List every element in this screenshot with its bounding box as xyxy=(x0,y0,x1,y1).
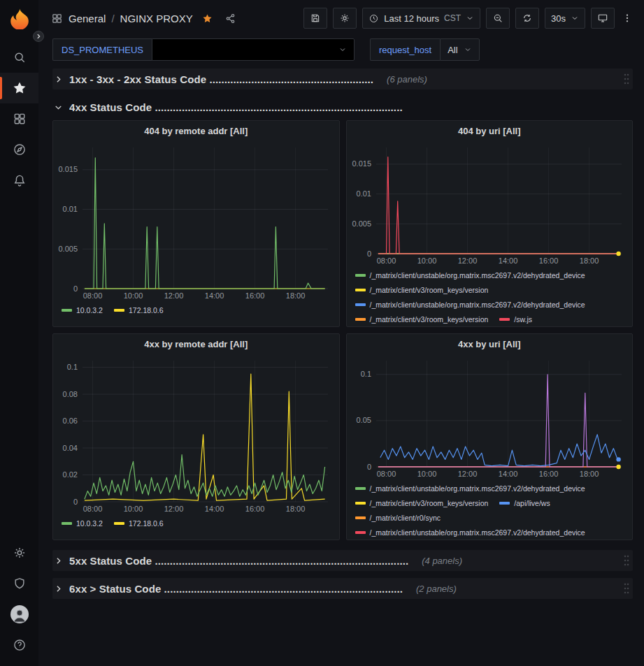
legend-item[interactable]: /_matrix/client/unstable/org.matrix.msc2… xyxy=(355,528,585,537)
row-panel-count: (6 panels) xyxy=(387,74,427,85)
legend-item[interactable]: 172.18.0.6 xyxy=(114,305,164,315)
drag-handle-icon[interactable] xyxy=(623,554,630,567)
svg-text:08:00: 08:00 xyxy=(83,505,103,513)
svg-text:0.01: 0.01 xyxy=(63,205,78,213)
clock-icon xyxy=(368,13,379,24)
help-icon xyxy=(13,638,27,652)
kebab-icon xyxy=(622,13,633,24)
row-header-5xx[interactable]: 5xx Status Code ........................… xyxy=(52,550,633,571)
gear-icon xyxy=(13,546,27,560)
legend-item[interactable]: 10.0.3.2 xyxy=(62,305,103,315)
svg-text:16:00: 16:00 xyxy=(245,505,265,513)
drag-handle-icon[interactable] xyxy=(623,73,630,85)
legend-item[interactable]: /_matrix/client/unstable/org.matrix.msc2… xyxy=(355,270,585,280)
row-panel-count: (4 panels) xyxy=(422,556,462,566)
breadcrumb-dashboard-title[interactable]: NGINX PROXY xyxy=(120,13,193,24)
svg-text:14:00: 14:00 xyxy=(498,256,517,265)
svg-text:0.005: 0.005 xyxy=(352,219,371,228)
sidebar-item-explore[interactable] xyxy=(0,134,38,165)
panel-title[interactable]: 404 by remote addr [All] xyxy=(53,121,339,142)
sidebar-item-profile[interactable] xyxy=(0,599,38,630)
sidebar-item-dashboards[interactable] xyxy=(0,103,38,134)
settings-gear-icon xyxy=(339,13,350,24)
row-header-4xx[interactable]: 4xx Status Code ........................… xyxy=(52,96,633,117)
variable-label-ds-prometheus[interactable]: DS_PROMETHEUS xyxy=(52,38,152,61)
panel-404-by-remote-addr: 404 by remote addr [All] 00.0050.010.015… xyxy=(52,120,340,327)
time-range-picker[interactable]: Last 12 hours CST xyxy=(362,8,480,29)
legend-item[interactable]: /_matrix/client/v3/room_keys/version xyxy=(355,285,489,295)
chart-canvas[interactable]: 00.020.040.060.080.108:0010:0012:0014:00… xyxy=(53,355,339,516)
refresh-button[interactable] xyxy=(515,8,539,29)
legend-item[interactable]: /sw.js xyxy=(499,314,532,324)
chart-canvas[interactable]: 00.0050.010.01508:0010:0012:0014:0016:00… xyxy=(347,142,633,268)
variable-select-request-host[interactable]: All xyxy=(440,38,479,61)
chevron-down-icon xyxy=(338,45,347,54)
sidebar-item-server-admin[interactable] xyxy=(0,568,38,599)
refresh-interval-picker[interactable]: 30s xyxy=(545,8,585,29)
svg-text:0: 0 xyxy=(366,463,371,471)
sidebar xyxy=(0,0,38,666)
panel-4xx-by-uri: 4xx by uri [All] 00.050.108:0010:0012:00… xyxy=(346,333,634,540)
sidebar-expand-button[interactable] xyxy=(33,31,44,42)
share-icon xyxy=(224,13,236,24)
panel-title[interactable]: 404 by uri [All] xyxy=(347,121,633,142)
monitor-icon xyxy=(597,13,608,24)
save-dashboard-button[interactable] xyxy=(303,8,327,29)
refresh-icon xyxy=(522,13,533,24)
legend-item[interactable]: 172.18.0.6 xyxy=(114,519,164,528)
sidebar-item-search[interactable] xyxy=(0,42,38,73)
row-title: 1xx - 3xx - 2xx Status Code ............… xyxy=(69,73,373,85)
sidebar-item-help[interactable] xyxy=(0,630,38,660)
chevron-down-icon xyxy=(571,14,579,22)
legend-item[interactable]: /_matrix/client/v3/room_keys/version xyxy=(355,314,489,324)
chart-legend: 10.0.3.2172.18.0.6 xyxy=(53,516,339,540)
chart-canvas[interactable]: 00.0050.010.01508:0010:0012:0014:0016:00… xyxy=(53,142,339,303)
legend-item[interactable]: /_matrix/client/v3/room_keys/version xyxy=(355,498,489,508)
dashboard-settings-button[interactable] xyxy=(333,8,357,29)
svg-text:14:00: 14:00 xyxy=(205,291,224,300)
breadcrumb-separator: / xyxy=(111,13,114,24)
sidebar-item-alerting[interactable] xyxy=(0,165,38,196)
chevron-down-icon xyxy=(54,103,63,112)
drag-handle-icon[interactable] xyxy=(623,582,630,595)
svg-text:0.01: 0.01 xyxy=(356,189,371,198)
more-options-button[interactable] xyxy=(620,10,634,27)
row-header-6xx[interactable]: 6xx > Status Code ......................… xyxy=(52,578,633,599)
svg-text:18:00: 18:00 xyxy=(579,256,599,265)
row-title: 4xx Status Code ........................… xyxy=(69,101,403,113)
svg-text:0.08: 0.08 xyxy=(63,390,78,398)
chevron-right-icon xyxy=(54,584,63,593)
zoom-out-button[interactable] xyxy=(486,8,510,29)
sidebar-item-configuration[interactable] xyxy=(0,537,38,568)
panel-title[interactable]: 4xx by remote addr [All] xyxy=(53,334,339,355)
variable-label-request-host[interactable]: request_host xyxy=(370,38,440,61)
sidebar-item-starred[interactable] xyxy=(0,73,38,103)
breadcrumb-section[interactable]: General xyxy=(69,13,106,24)
favorite-star-button[interactable] xyxy=(199,10,216,27)
legend-item[interactable]: /api/live/ws xyxy=(499,498,550,508)
breadcrumb: General / NGINX PROXY xyxy=(51,10,239,27)
legend-item[interactable]: 10.0.3.2 xyxy=(62,519,103,528)
share-button[interactable] xyxy=(222,10,239,27)
grafana-logo[interactable] xyxy=(8,7,31,29)
variable-select-ds-prometheus[interactable] xyxy=(152,38,355,61)
svg-text:08:00: 08:00 xyxy=(376,470,396,478)
row-header-1xx-3xx-2xx[interactable]: 1xx - 3xx - 2xx Status Code ............… xyxy=(52,68,633,89)
svg-text:16:00: 16:00 xyxy=(538,470,558,478)
tv-mode-button[interactable] xyxy=(591,8,615,29)
svg-text:0.005: 0.005 xyxy=(58,245,78,253)
svg-text:16:00: 16:00 xyxy=(245,291,265,300)
variable-request-host: request_host All xyxy=(370,38,480,61)
legend-item[interactable]: /_matrix/client/unstable/org.matrix.msc2… xyxy=(355,300,585,310)
time-range-label: Last 12 hours xyxy=(384,13,439,24)
panel-title[interactable]: 4xx by uri [All] xyxy=(347,334,633,355)
legend-item[interactable]: /_matrix/client/r0/sync xyxy=(355,513,441,523)
svg-text:0.015: 0.015 xyxy=(352,159,371,168)
row-title: 5xx Status Code ........................… xyxy=(69,555,408,567)
svg-text:0.06: 0.06 xyxy=(63,417,78,425)
svg-text:10:00: 10:00 xyxy=(417,256,436,265)
search-icon xyxy=(13,50,27,64)
legend-item[interactable]: /_matrix/client/unstable/org.matrix.msc2… xyxy=(355,484,585,493)
chart-legend: 10.0.3.2172.18.0.6 xyxy=(53,303,339,326)
chart-canvas[interactable]: 00.050.108:0010:0012:0014:0016:0018:00 xyxy=(347,355,633,481)
